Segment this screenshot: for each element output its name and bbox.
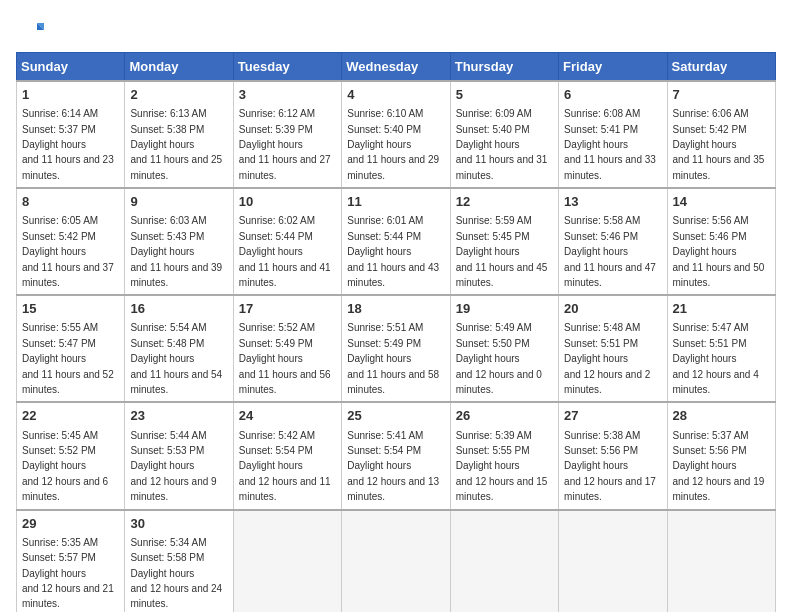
calendar-cell: [667, 510, 775, 612]
calendar-cell: 20 Sunrise: 5:48 AMSunset: 5:51 PMDaylig…: [559, 295, 667, 402]
day-number: 4: [347, 86, 444, 104]
day-info: Sunrise: 5:47 AMSunset: 5:51 PMDaylight …: [673, 322, 759, 395]
day-number: 6: [564, 86, 661, 104]
column-header-sunday: Sunday: [17, 53, 125, 82]
day-number: 27: [564, 407, 661, 425]
calendar-cell: 14 Sunrise: 5:56 AMSunset: 5:46 PMDaylig…: [667, 188, 775, 295]
day-info: Sunrise: 6:02 AMSunset: 5:44 PMDaylight …: [239, 215, 331, 288]
day-number: 29: [22, 515, 119, 533]
calendar-cell: 11 Sunrise: 6:01 AMSunset: 5:44 PMDaylig…: [342, 188, 450, 295]
calendar-cell: 18 Sunrise: 5:51 AMSunset: 5:49 PMDaylig…: [342, 295, 450, 402]
day-number: 13: [564, 193, 661, 211]
day-info: Sunrise: 5:45 AMSunset: 5:52 PMDaylight …: [22, 430, 108, 503]
calendar-cell: 2 Sunrise: 6:13 AMSunset: 5:38 PMDayligh…: [125, 81, 233, 188]
calendar-week-5: 29 Sunrise: 5:35 AMSunset: 5:57 PMDaylig…: [17, 510, 776, 612]
column-header-wednesday: Wednesday: [342, 53, 450, 82]
day-number: 22: [22, 407, 119, 425]
day-info: Sunrise: 5:42 AMSunset: 5:54 PMDaylight …: [239, 430, 331, 503]
day-info: Sunrise: 5:59 AMSunset: 5:45 PMDaylight …: [456, 215, 548, 288]
calendar-cell: 19 Sunrise: 5:49 AMSunset: 5:50 PMDaylig…: [450, 295, 558, 402]
day-info: Sunrise: 6:06 AMSunset: 5:42 PMDaylight …: [673, 108, 765, 181]
day-number: 14: [673, 193, 770, 211]
day-number: 23: [130, 407, 227, 425]
calendar-cell: 8 Sunrise: 6:05 AMSunset: 5:42 PMDayligh…: [17, 188, 125, 295]
day-number: 12: [456, 193, 553, 211]
day-number: 19: [456, 300, 553, 318]
calendar-cell: [559, 510, 667, 612]
column-header-tuesday: Tuesday: [233, 53, 341, 82]
day-info: Sunrise: 5:52 AMSunset: 5:49 PMDaylight …: [239, 322, 331, 395]
calendar-cell: [450, 510, 558, 612]
day-number: 9: [130, 193, 227, 211]
calendar-cell: 1 Sunrise: 6:14 AMSunset: 5:37 PMDayligh…: [17, 81, 125, 188]
day-number: 18: [347, 300, 444, 318]
header: [16, 16, 776, 44]
day-number: 16: [130, 300, 227, 318]
calendar-cell: 16 Sunrise: 5:54 AMSunset: 5:48 PMDaylig…: [125, 295, 233, 402]
calendar-cell: 6 Sunrise: 6:08 AMSunset: 5:41 PMDayligh…: [559, 81, 667, 188]
calendar-cell: 10 Sunrise: 6:02 AMSunset: 5:44 PMDaylig…: [233, 188, 341, 295]
day-number: 28: [673, 407, 770, 425]
calendar-week-1: 1 Sunrise: 6:14 AMSunset: 5:37 PMDayligh…: [17, 81, 776, 188]
column-header-thursday: Thursday: [450, 53, 558, 82]
calendar-cell: 21 Sunrise: 5:47 AMSunset: 5:51 PMDaylig…: [667, 295, 775, 402]
calendar: SundayMondayTuesdayWednesdayThursdayFrid…: [16, 52, 776, 612]
calendar-header-row: SundayMondayTuesdayWednesdayThursdayFrid…: [17, 53, 776, 82]
calendar-cell: 17 Sunrise: 5:52 AMSunset: 5:49 PMDaylig…: [233, 295, 341, 402]
day-info: Sunrise: 5:37 AMSunset: 5:56 PMDaylight …: [673, 430, 765, 503]
day-info: Sunrise: 5:56 AMSunset: 5:46 PMDaylight …: [673, 215, 765, 288]
calendar-cell: 13 Sunrise: 5:58 AMSunset: 5:46 PMDaylig…: [559, 188, 667, 295]
day-info: Sunrise: 5:58 AMSunset: 5:46 PMDaylight …: [564, 215, 656, 288]
logo-icon: [16, 16, 44, 44]
day-info: Sunrise: 5:39 AMSunset: 5:55 PMDaylight …: [456, 430, 548, 503]
calendar-cell: [233, 510, 341, 612]
calendar-cell: [342, 510, 450, 612]
day-number: 17: [239, 300, 336, 318]
calendar-cell: 7 Sunrise: 6:06 AMSunset: 5:42 PMDayligh…: [667, 81, 775, 188]
calendar-cell: 26 Sunrise: 5:39 AMSunset: 5:55 PMDaylig…: [450, 402, 558, 509]
calendar-cell: 12 Sunrise: 5:59 AMSunset: 5:45 PMDaylig…: [450, 188, 558, 295]
day-info: Sunrise: 5:49 AMSunset: 5:50 PMDaylight …: [456, 322, 542, 395]
calendar-cell: 4 Sunrise: 6:10 AMSunset: 5:40 PMDayligh…: [342, 81, 450, 188]
day-info: Sunrise: 6:05 AMSunset: 5:42 PMDaylight …: [22, 215, 114, 288]
day-info: Sunrise: 5:44 AMSunset: 5:53 PMDaylight …: [130, 430, 216, 503]
day-number: 8: [22, 193, 119, 211]
day-number: 24: [239, 407, 336, 425]
day-info: Sunrise: 6:09 AMSunset: 5:40 PMDaylight …: [456, 108, 548, 181]
day-info: Sunrise: 5:48 AMSunset: 5:51 PMDaylight …: [564, 322, 650, 395]
column-header-monday: Monday: [125, 53, 233, 82]
day-info: Sunrise: 5:55 AMSunset: 5:47 PMDaylight …: [22, 322, 114, 395]
logo: [16, 16, 48, 44]
day-number: 21: [673, 300, 770, 318]
day-number: 7: [673, 86, 770, 104]
day-info: Sunrise: 6:12 AMSunset: 5:39 PMDaylight …: [239, 108, 331, 181]
day-number: 3: [239, 86, 336, 104]
day-number: 1: [22, 86, 119, 104]
day-number: 5: [456, 86, 553, 104]
day-number: 15: [22, 300, 119, 318]
day-info: Sunrise: 6:01 AMSunset: 5:44 PMDaylight …: [347, 215, 439, 288]
calendar-week-3: 15 Sunrise: 5:55 AMSunset: 5:47 PMDaylig…: [17, 295, 776, 402]
calendar-cell: 28 Sunrise: 5:37 AMSunset: 5:56 PMDaylig…: [667, 402, 775, 509]
day-info: Sunrise: 6:08 AMSunset: 5:41 PMDaylight …: [564, 108, 656, 181]
day-number: 11: [347, 193, 444, 211]
calendar-cell: 24 Sunrise: 5:42 AMSunset: 5:54 PMDaylig…: [233, 402, 341, 509]
column-header-friday: Friday: [559, 53, 667, 82]
calendar-cell: 22 Sunrise: 5:45 AMSunset: 5:52 PMDaylig…: [17, 402, 125, 509]
day-info: Sunrise: 6:13 AMSunset: 5:38 PMDaylight …: [130, 108, 222, 181]
day-info: Sunrise: 5:35 AMSunset: 5:57 PMDaylight …: [22, 537, 114, 610]
day-number: 25: [347, 407, 444, 425]
day-number: 10: [239, 193, 336, 211]
day-info: Sunrise: 5:54 AMSunset: 5:48 PMDaylight …: [130, 322, 222, 395]
day-info: Sunrise: 6:03 AMSunset: 5:43 PMDaylight …: [130, 215, 222, 288]
day-info: Sunrise: 5:41 AMSunset: 5:54 PMDaylight …: [347, 430, 439, 503]
calendar-week-2: 8 Sunrise: 6:05 AMSunset: 5:42 PMDayligh…: [17, 188, 776, 295]
day-info: Sunrise: 5:34 AMSunset: 5:58 PMDaylight …: [130, 537, 222, 610]
day-info: Sunrise: 6:10 AMSunset: 5:40 PMDaylight …: [347, 108, 439, 181]
column-header-saturday: Saturday: [667, 53, 775, 82]
calendar-cell: 29 Sunrise: 5:35 AMSunset: 5:57 PMDaylig…: [17, 510, 125, 612]
calendar-cell: 9 Sunrise: 6:03 AMSunset: 5:43 PMDayligh…: [125, 188, 233, 295]
calendar-cell: 3 Sunrise: 6:12 AMSunset: 5:39 PMDayligh…: [233, 81, 341, 188]
day-number: 20: [564, 300, 661, 318]
calendar-cell: 27 Sunrise: 5:38 AMSunset: 5:56 PMDaylig…: [559, 402, 667, 509]
